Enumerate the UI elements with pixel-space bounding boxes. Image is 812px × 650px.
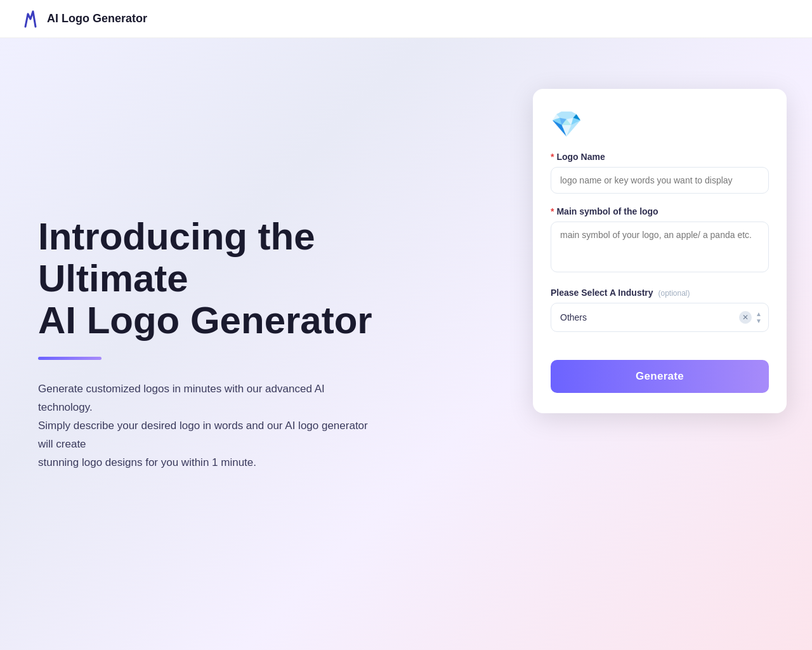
industry-label: Please Select A Industry (optional)	[551, 288, 769, 298]
logo-name-input[interactable]	[551, 167, 769, 194]
logo-name-field-group: * Logo Name	[551, 152, 769, 194]
app-logo-icon	[20, 9, 41, 29]
industry-field-group: Please Select A Industry (optional) Othe…	[551, 288, 769, 332]
industry-selected-value: Others	[560, 312, 739, 322]
main-symbol-input[interactable]	[551, 222, 769, 272]
hero-headline: Introducing the Ultimate AI Logo Generat…	[38, 216, 482, 342]
desc-line3: stunning logo designs for you within 1 m…	[38, 456, 256, 468]
desc-line2: Simply describe your desired logo in wor…	[38, 420, 368, 450]
headline-line2: Ultimate	[38, 257, 188, 300]
main-content: Introducing the Ultimate AI Logo Generat…	[0, 38, 812, 650]
hero-section: Introducing the Ultimate AI Logo Generat…	[0, 38, 520, 650]
desc-line1: Generate customized logos in minutes wit…	[38, 383, 325, 413]
required-star-2: *	[551, 206, 554, 216]
industry-select[interactable]: Others ✕ ▲ ▼	[551, 303, 769, 332]
card-diamond-icon: 💎	[551, 109, 769, 139]
generator-card: 💎 * Logo Name * Main symbol of the logo	[533, 89, 787, 413]
generate-button[interactable]: Generate	[551, 360, 769, 393]
headline-line3: AI Logo Generator	[38, 299, 372, 342]
industry-clear-button[interactable]: ✕	[739, 311, 752, 324]
headline-line1: Introducing the	[38, 215, 315, 258]
hero-description: Generate customized logos in minutes wit…	[38, 380, 368, 472]
main-symbol-label: * Main symbol of the logo	[551, 206, 769, 216]
optional-tag: (optional)	[658, 289, 690, 298]
form-section: 💎 * Logo Name * Main symbol of the logo	[520, 38, 812, 650]
logo-name-label: * Logo Name	[551, 152, 769, 162]
accent-divider	[38, 357, 102, 360]
header: AI Logo Generator	[0, 0, 812, 38]
app-title: AI Logo Generator	[47, 12, 147, 25]
main-symbol-field-group: * Main symbol of the logo	[551, 206, 769, 275]
industry-arrows-icon[interactable]: ▲ ▼	[756, 311, 762, 324]
required-star: *	[551, 152, 554, 162]
